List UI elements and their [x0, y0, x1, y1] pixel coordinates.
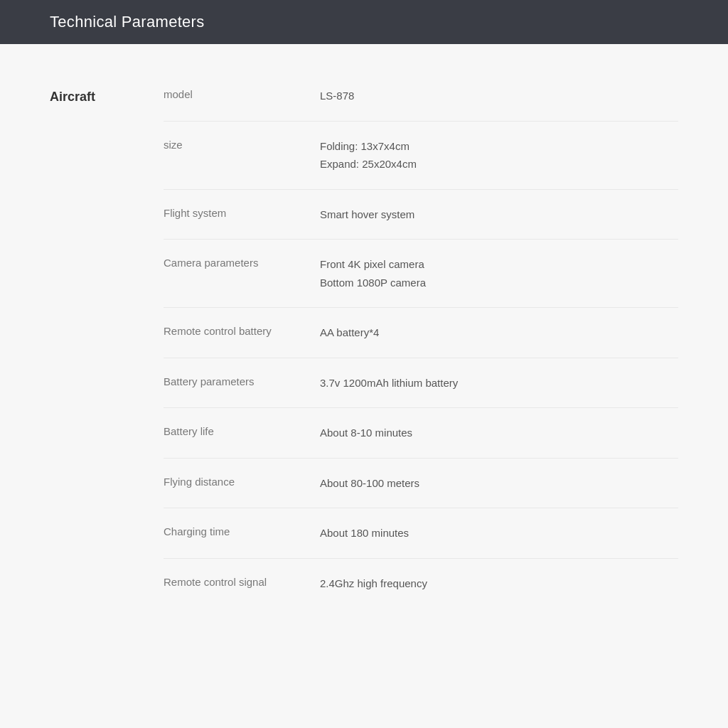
param-row: Remote control signal2.4Ghz high frequen… — [164, 559, 678, 609]
section-label: Aircraft — [50, 87, 142, 105]
params-table: modelLS-878sizeFolding: 13x7x4cmExpand: … — [164, 87, 678, 608]
param-name: Battery life — [164, 424, 320, 437]
page-title: Technical Parameters — [50, 13, 205, 31]
param-row: Battery lifeAbout 8-10 minutes — [164, 408, 678, 459]
param-row: Remote control batteryAA battery*4 — [164, 308, 678, 358]
param-value: LS-878 — [320, 87, 354, 105]
param-row: Battery parameters3.7v 1200mAh lithium b… — [164, 358, 678, 409]
param-name: Remote control battery — [164, 323, 320, 337]
param-name: Charging time — [164, 524, 320, 537]
param-row: sizeFolding: 13x7x4cmExpand: 25x20x4cm — [164, 122, 678, 190]
param-name: Battery parameters — [164, 374, 320, 387]
param-name: size — [164, 137, 320, 151]
param-row: Charging timeAbout 180 minutes — [164, 508, 678, 559]
param-value: Smart hover system — [320, 205, 414, 224]
aircraft-section: Aircraft modelLS-878sizeFolding: 13x7x4c… — [50, 87, 678, 608]
param-value: 3.7v 1200mAh lithium battery — [320, 374, 458, 392]
param-name: Flight system — [164, 205, 320, 219]
param-row: Flight systemSmart hover system — [164, 190, 678, 240]
header: Technical Parameters — [0, 0, 728, 44]
param-row: modelLS-878 — [164, 87, 678, 122]
param-value: Folding: 13x7x4cmExpand: 25x20x4cm — [320, 137, 417, 173]
param-value: About 8-10 minutes — [320, 424, 412, 442]
param-name: Flying distance — [164, 474, 320, 488]
param-row: Flying distanceAbout 80-100 meters — [164, 459, 678, 509]
param-name: model — [164, 87, 320, 100]
param-row: Camera parametersFront 4K pixel cameraBo… — [164, 240, 678, 308]
param-name: Camera parameters — [164, 255, 320, 269]
param-value: About 180 minutes — [320, 524, 409, 542]
main-content: Aircraft modelLS-878sizeFolding: 13x7x4c… — [0, 44, 728, 728]
param-value: About 80-100 meters — [320, 474, 419, 493]
param-name: Remote control signal — [164, 574, 320, 588]
param-value: 2.4Ghz high frequency — [320, 574, 427, 593]
param-value: AA battery*4 — [320, 323, 379, 342]
param-value: Front 4K pixel cameraBottom 1080P camera — [320, 255, 426, 291]
